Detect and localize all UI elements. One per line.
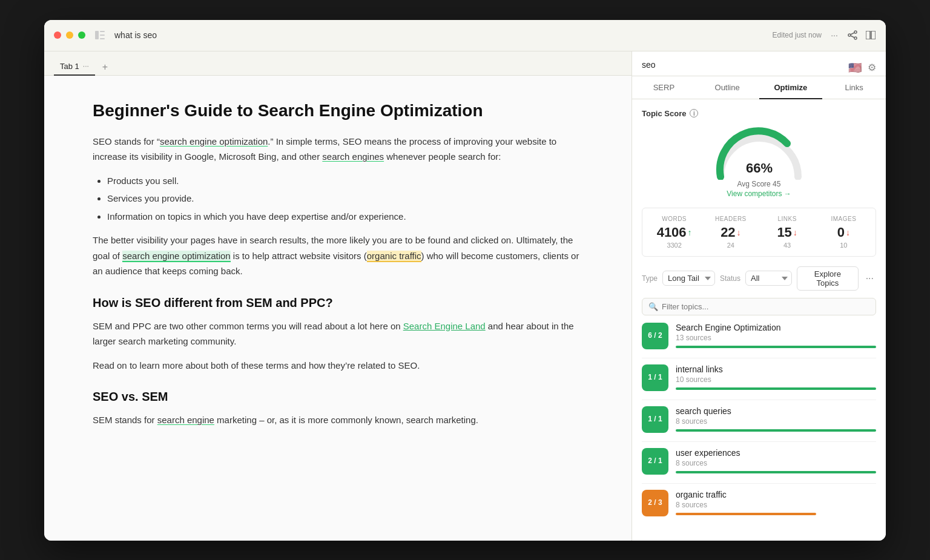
topic-name-5: organic traffic: [676, 490, 876, 499]
topic-badge-4: 2 / 1: [642, 448, 668, 475]
filter-row: Type Long Tail Short Tail Broad Status A…: [642, 266, 876, 291]
sidebar-header-icons: 🇺🇸 ⚙: [848, 61, 876, 74]
svg-line-8: [851, 36, 854, 38]
links-arrow-down-icon: ↓: [793, 228, 797, 237]
bullet-list: Products you sell. Services you provide.…: [107, 173, 583, 225]
more-options-icon[interactable]: ···: [829, 30, 840, 41]
stat-headers-label: HEADERS: [715, 216, 747, 222]
maximize-button[interactable]: [78, 31, 85, 39]
tab-1-more[interactable]: ···: [83, 62, 89, 70]
stat-words-label: WORDS: [662, 216, 687, 222]
stat-headers-value: 22 ↓: [721, 225, 740, 240]
svg-rect-2: [100, 35, 105, 36]
editor-content-area[interactable]: Beginner's Guide to Search Engine Optimi…: [44, 76, 632, 541]
svg-rect-1: [100, 31, 105, 32]
filter-topics-input[interactable]: [662, 302, 869, 311]
editor-panel: Tab 1 ··· + Beginner's Guide to Search E…: [44, 51, 632, 541]
list-item-1: Products you sell.: [107, 173, 583, 189]
headers-arrow-down-icon: ↓: [737, 228, 741, 237]
highlight-organic-traffic: organic traffic: [367, 251, 421, 262]
topic-info-1: Search Engine Optimization 13 sources: [676, 323, 876, 348]
tab-1[interactable]: Tab 1 ···: [54, 58, 95, 76]
tab-links[interactable]: Links: [822, 77, 886, 99]
topic-badge-5: 2 / 3: [642, 490, 668, 516]
seo-query-input[interactable]: [642, 60, 714, 70]
tab-serp[interactable]: SERP: [632, 77, 696, 99]
view-competitors-link[interactable]: View competitors →: [727, 189, 791, 198]
stat-images-value: 0 ↓: [837, 225, 850, 240]
type-select[interactable]: Long Tail Short Tail Broad: [662, 271, 715, 286]
sidebar-header: 🇺🇸 ⚙: [632, 51, 886, 76]
sidebar-toggle-icon[interactable]: [95, 31, 105, 39]
layout-icon[interactable]: [865, 30, 876, 41]
filter-input-row: 🔍: [642, 298, 876, 315]
para-2: The better visibility your pages have in…: [93, 232, 583, 279]
svg-point-6: [854, 37, 857, 39]
highlight-seo-goal: search engine optimization: [122, 251, 230, 262]
gauge-chart: 66%: [711, 125, 808, 180]
topic-item-5: 2 / 3 organic traffic 8 sources: [642, 490, 876, 516]
link-search-engine-land[interactable]: Search Engine Land: [403, 321, 486, 331]
topic-info-3: search queries 8 sources: [676, 406, 876, 432]
settings-icon[interactable]: ⚙: [868, 62, 876, 73]
svg-line-7: [851, 33, 854, 35]
edited-timestamp: Edited just now: [773, 31, 822, 39]
para-3: SEM and PPC are two other common terms y…: [93, 318, 583, 349]
topics-list: 6 / 2 Search Engine Optimization 13 sour…: [642, 323, 876, 516]
topic-badge-1: 6 / 2: [642, 323, 668, 349]
topic-bar-3: [676, 429, 876, 432]
stat-headers-sub: 24: [727, 242, 734, 249]
explore-topics-button[interactable]: Explore Topics: [797, 266, 859, 291]
stat-images: IMAGES 0 ↓ 10: [817, 216, 871, 249]
list-item-3: Information on topics in which you have …: [107, 209, 583, 225]
more-options-topics-icon[interactable]: ···: [863, 271, 876, 286]
tab-add-button[interactable]: +: [97, 59, 113, 75]
filter-search-icon: 🔍: [648, 302, 658, 311]
topic-item-4: 2 / 1 user experiences 8 sources: [642, 448, 876, 475]
titlebar: what is seo Edited just now ···: [44, 20, 886, 51]
heading-seo-vs-sem: SEO vs. SEM: [93, 390, 583, 404]
svg-point-5: [848, 34, 851, 36]
topic-name-1: Search Engine Optimization: [676, 323, 876, 332]
stat-links-value: 15 ↓: [777, 225, 797, 240]
close-button[interactable]: [54, 31, 61, 39]
share-icon[interactable]: [847, 30, 858, 41]
sidebar-tabs: SERP Outline Optimize Links: [632, 76, 886, 99]
topic-name-4: user experiences: [676, 448, 876, 458]
titlebar-right: Edited just now ···: [773, 30, 876, 41]
topic-divider-2: [642, 400, 876, 400]
topic-badge-3: 1 / 1: [642, 406, 668, 433]
status-label: Status: [720, 274, 740, 283]
avg-score-label: Avg Score 45: [737, 180, 781, 188]
list-item-2: Services you provide.: [107, 191, 583, 206]
main-area: Tab 1 ··· + Beginner's Guide to Search E…: [44, 51, 886, 541]
flag-icon[interactable]: 🇺🇸: [848, 61, 862, 74]
topic-bar-2: [676, 387, 876, 390]
para-1: SEO stands for “search engine optimizati…: [93, 134, 583, 165]
topic-divider-4: [642, 483, 876, 484]
status-select[interactable]: All Used Unused: [745, 271, 792, 286]
topic-divider-3: [642, 441, 876, 442]
words-arrow-up-icon: ↑: [688, 228, 692, 237]
topic-name-3: search queries: [676, 406, 876, 416]
highlight-seo-1: search engine optimization: [160, 136, 268, 147]
stat-headers: HEADERS 22 ↓ 24: [704, 216, 757, 249]
tab-outline[interactable]: Outline: [696, 77, 759, 99]
info-icon[interactable]: i: [690, 109, 698, 117]
stat-links-label: LINKS: [777, 216, 796, 222]
topic-sources-4: 8 sources: [676, 459, 876, 467]
highlight-search-engine: search engine: [157, 415, 214, 425]
type-label: Type: [642, 274, 658, 283]
minimize-button[interactable]: [66, 31, 73, 39]
topic-sources-2: 10 sources: [676, 375, 876, 384]
sidebar-body: Topic Score i 66% Avg Score 45 View comp…: [632, 99, 886, 541]
stats-row: WORDS 4106 ↑ 3302 HEADERS 22 ↓ 24: [642, 208, 876, 257]
article-heading: Beginner's Guide to Search Engine Optimi…: [93, 100, 583, 122]
topic-item-3: 1 / 1 search queries 8 sources: [642, 406, 876, 433]
topic-score-label: Topic Score: [642, 109, 686, 118]
svg-rect-3: [100, 38, 105, 39]
topic-sources-3: 8 sources: [676, 417, 876, 426]
tab-optimize[interactable]: Optimize: [759, 77, 823, 99]
heading-sem-ppc: How is SEO different from SEM and PPC?: [93, 296, 583, 310]
topic-item-1: 6 / 2 Search Engine Optimization 13 sour…: [642, 323, 876, 349]
